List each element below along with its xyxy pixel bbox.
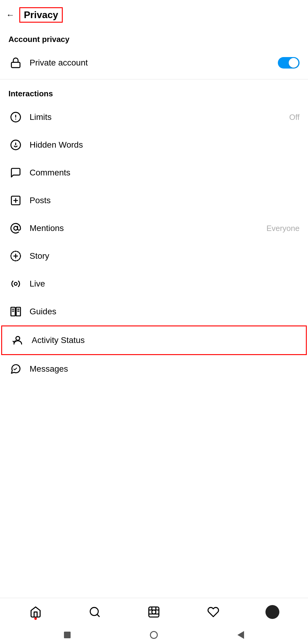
svg-rect-22 — [149, 607, 159, 617]
reels-icon — [148, 606, 160, 618]
svg-point-19 — [16, 336, 20, 340]
svg-point-8 — [14, 226, 18, 230]
limits-value: Off — [289, 113, 300, 122]
private-account-label: Private account — [30, 58, 278, 68]
section-label-interactions: Interactions — [0, 82, 308, 103]
heart-icon — [207, 606, 219, 618]
svg-point-12 — [14, 282, 17, 285]
menu-item-hidden-words[interactable]: Hidden Words — [0, 131, 308, 159]
avatar — [265, 605, 279, 619]
menu-item-posts[interactable]: Posts — [0, 187, 308, 214]
nav-profile[interactable] — [262, 603, 283, 621]
home-dot — [34, 617, 37, 620]
comment-icon — [8, 165, 23, 180]
android-back-button[interactable] — [237, 631, 244, 639]
android-home-button[interactable] — [150, 631, 158, 639]
menu-item-comments[interactable]: Comments — [0, 159, 308, 187]
guides-label: Guides — [30, 307, 300, 316]
menu-item-mentions[interactable]: Mentions Everyone — [0, 214, 308, 242]
posts-label: Posts — [30, 196, 300, 205]
divider-1 — [0, 79, 308, 79]
back-button[interactable]: ← — [6, 11, 14, 19]
svg-rect-0 — [11, 62, 20, 67]
at-icon — [8, 221, 23, 235]
mentions-label: Mentions — [30, 223, 266, 233]
section-label-account-privacy: Account privacy — [0, 27, 308, 49]
android-nav-bar — [0, 626, 308, 644]
eye-hidden-icon — [8, 138, 23, 152]
lock-icon — [8, 56, 23, 70]
svg-line-21 — [97, 614, 99, 617]
nav-search[interactable] — [84, 603, 105, 621]
messages-label: Messages — [30, 364, 300, 374]
menu-item-limits[interactable]: Limits Off — [0, 103, 308, 131]
menu-item-activity-status[interactable]: Activity Status — [1, 325, 307, 355]
mentions-value: Everyone — [266, 224, 300, 233]
comments-label: Comments — [30, 168, 300, 178]
menu-item-live[interactable]: Live — [0, 270, 308, 298]
story-label: Story — [30, 251, 300, 261]
menu-item-guides[interactable]: Guides — [0, 298, 308, 325]
messenger-icon — [8, 362, 23, 376]
nav-home[interactable] — [25, 603, 46, 621]
live-icon — [8, 277, 23, 291]
activity-status-icon — [11, 333, 25, 348]
plus-square-icon — [8, 193, 23, 208]
home-icon — [30, 606, 42, 618]
alert-circle-icon — [8, 110, 23, 124]
menu-item-story[interactable]: Story — [0, 242, 308, 270]
hidden-words-label: Hidden Words — [30, 140, 300, 150]
nav-reels[interactable] — [143, 603, 164, 621]
svg-point-23 — [152, 610, 156, 614]
live-label: Live — [30, 279, 300, 289]
section-interactions: Interactions Limits Off Hidden Words — [0, 82, 308, 383]
activity-status-label: Activity Status — [32, 335, 297, 345]
guides-icon — [8, 304, 23, 319]
story-plus-icon — [8, 249, 23, 263]
private-account-toggle[interactable] — [278, 57, 300, 69]
menu-item-messages[interactable]: Messages — [0, 355, 308, 383]
nav-activity[interactable] — [203, 603, 224, 621]
menu-item-private-account[interactable]: Private account — [0, 49, 308, 77]
android-recent-button[interactable] — [64, 632, 71, 638]
page-title: Privacy — [19, 7, 63, 23]
search-icon — [89, 606, 101, 618]
section-account-privacy: Account privacy Private account — [0, 27, 308, 77]
header: ← Privacy — [0, 0, 308, 27]
bottom-nav — [0, 598, 308, 626]
limits-label: Limits — [30, 112, 289, 122]
